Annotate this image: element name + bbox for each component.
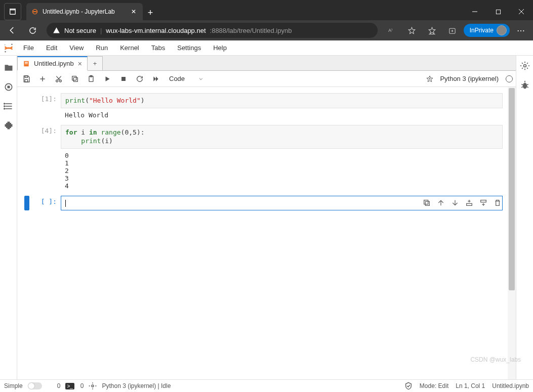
maximize-button[interactable] bbox=[486, 3, 510, 20]
svg-rect-24 bbox=[25, 79, 27, 82]
copy-button[interactable] bbox=[69, 73, 81, 85]
jupyter-logo[interactable] bbox=[0, 40, 17, 55]
trust-icon[interactable] bbox=[404, 382, 413, 390]
svg-line-48 bbox=[521, 84, 523, 85]
inprivate-badge[interactable]: InPrivate bbox=[464, 24, 510, 37]
notebook-scroll[interactable]: [1]: print("Hello World") Hello World [4… bbox=[17, 87, 516, 379]
menu-file[interactable]: File bbox=[17, 40, 40, 56]
doc-add-tab-button[interactable]: + bbox=[88, 56, 103, 71]
cell-1[interactable]: [1]: print("Hello World") Hello World bbox=[24, 93, 516, 122]
read-aloud-button[interactable]: A⁾ bbox=[383, 22, 401, 38]
doc-tab-close-icon[interactable]: × bbox=[78, 60, 82, 68]
close-window-button[interactable] bbox=[510, 3, 533, 20]
run-button[interactable] bbox=[101, 73, 113, 85]
menu-view[interactable]: View bbox=[63, 40, 90, 56]
move-up-button[interactable] bbox=[437, 199, 446, 208]
svg-point-10 bbox=[5, 51, 6, 53]
delete-cell-button[interactable] bbox=[494, 199, 503, 208]
not-secure-icon bbox=[53, 27, 60, 34]
extensions-icon[interactable] bbox=[4, 120, 14, 130]
minimize-button[interactable] bbox=[463, 3, 486, 20]
menu-run[interactable]: Run bbox=[90, 40, 114, 56]
cell-type-value: Code bbox=[169, 75, 185, 82]
cell-toolbar bbox=[423, 199, 503, 208]
menu-settings[interactable]: Settings bbox=[171, 40, 207, 56]
menu-help[interactable]: Help bbox=[207, 40, 233, 56]
doc-tab[interactable]: Untitled.ipynb × bbox=[17, 56, 88, 71]
notebook-scrollbar[interactable] bbox=[508, 87, 516, 379]
paste-button[interactable] bbox=[85, 73, 97, 85]
address-bar[interactable]: Not secure | wux-labs-vm.internal.clouda… bbox=[47, 23, 378, 38]
code-input[interactable]: print("Hello World") bbox=[61, 93, 503, 108]
back-button[interactable] bbox=[3, 22, 21, 38]
property-inspector-icon[interactable] bbox=[520, 61, 530, 71]
code-input[interactable]: for i in range(0,5): print(i) bbox=[61, 125, 503, 149]
toc-icon[interactable] bbox=[4, 101, 14, 111]
file-browser-icon[interactable] bbox=[4, 63, 14, 73]
svg-line-49 bbox=[527, 84, 528, 85]
interrupt-button[interactable] bbox=[117, 73, 130, 85]
kernel-status-text[interactable]: Python 3 (ipykernel) | Idle bbox=[102, 382, 171, 389]
svg-point-19 bbox=[4, 108, 5, 109]
more-button[interactable]: ⋯ bbox=[512, 22, 530, 38]
insert-below-button[interactable] bbox=[479, 199, 488, 208]
duplicate-cell-button[interactable] bbox=[423, 199, 432, 208]
doc-tab-name: Untitled.ipynb bbox=[34, 60, 74, 67]
terminals-count[interactable]: 0 bbox=[80, 382, 84, 389]
kernel-name[interactable]: Python 3 (ipykernel) bbox=[440, 75, 499, 82]
menu-tabs[interactable]: Tabs bbox=[145, 40, 171, 56]
render-sidebar-button[interactable] bbox=[424, 73, 436, 85]
browser-tab[interactable]: Untitled.ipynb - JupyterLab ✕ bbox=[26, 3, 143, 20]
mode-label[interactable]: Mode: Edit bbox=[420, 382, 448, 389]
svg-text:A⁾: A⁾ bbox=[388, 28, 392, 33]
main-area: Untitled.ipynb × + Code Python 3 (ipyker… bbox=[0, 56, 533, 379]
tab-actions-button[interactable] bbox=[4, 3, 21, 20]
simple-mode-label: Simple bbox=[4, 382, 23, 389]
svg-point-9 bbox=[11, 43, 13, 45]
new-tab-button[interactable]: + bbox=[143, 5, 158, 20]
restart-run-all-button[interactable] bbox=[150, 73, 162, 85]
cut-button[interactable] bbox=[53, 73, 65, 85]
cell-prompt: [4]: bbox=[31, 125, 61, 193]
insert-above-button[interactable] bbox=[465, 199, 474, 208]
tab-close-icon[interactable]: ✕ bbox=[130, 8, 138, 16]
kernel-busy-icon[interactable] bbox=[89, 382, 97, 390]
kernel-status-icon[interactable] bbox=[506, 75, 513, 82]
svg-rect-21 bbox=[25, 62, 28, 63]
chevron-down-icon bbox=[198, 76, 203, 81]
svg-point-45 bbox=[523, 65, 526, 67]
svg-rect-42 bbox=[481, 200, 486, 202]
cell-type-select[interactable]: Code bbox=[166, 73, 207, 84]
svg-rect-37 bbox=[425, 201, 429, 205]
insert-cell-button[interactable] bbox=[36, 73, 49, 85]
line-col-label[interactable]: Ln 1, Col 1 bbox=[456, 382, 485, 389]
url-path: :8888/lab/tree/Untitled.ipynb bbox=[210, 27, 292, 34]
cell-3-active[interactable]: [ ]: bbox=[24, 196, 516, 211]
svg-rect-32 bbox=[72, 76, 76, 80]
svg-point-27 bbox=[56, 80, 58, 82]
move-down-button[interactable] bbox=[451, 199, 460, 208]
favorite-this-button[interactable] bbox=[403, 22, 421, 38]
notebook-icon bbox=[23, 60, 30, 67]
restart-button[interactable] bbox=[134, 73, 146, 85]
running-terminals-icon[interactable] bbox=[4, 82, 14, 92]
menu-kernel[interactable]: Kernel bbox=[114, 40, 145, 56]
collections-button[interactable] bbox=[443, 22, 462, 38]
debugger-icon[interactable] bbox=[520, 80, 530, 90]
cell-2[interactable]: [4]: for i in range(0,5): print(i) 0 1 2… bbox=[24, 125, 516, 193]
save-button[interactable] bbox=[20, 73, 32, 85]
left-rail bbox=[0, 56, 17, 379]
url-host: wux-labs-vm.internal.cloudapp.net bbox=[106, 27, 206, 34]
scrollbar-thumb[interactable] bbox=[509, 88, 515, 290]
svg-point-46 bbox=[522, 83, 526, 89]
jlab-top-row: File Edit View Run Kernel Tabs Settings … bbox=[0, 40, 533, 56]
doc-tab-row: Untitled.ipynb × + bbox=[17, 56, 516, 71]
address-row: Not secure | wux-labs-vm.internal.clouda… bbox=[0, 20, 533, 40]
open-tabs-count[interactable]: 0 bbox=[57, 382, 61, 389]
svg-rect-13 bbox=[7, 86, 10, 89]
simple-mode-toggle[interactable] bbox=[28, 382, 42, 389]
favorites-button[interactable] bbox=[423, 22, 441, 38]
status-filename[interactable]: Untitled.ipynb bbox=[492, 382, 529, 389]
menu-edit[interactable]: Edit bbox=[40, 40, 63, 56]
refresh-button[interactable] bbox=[23, 22, 42, 38]
